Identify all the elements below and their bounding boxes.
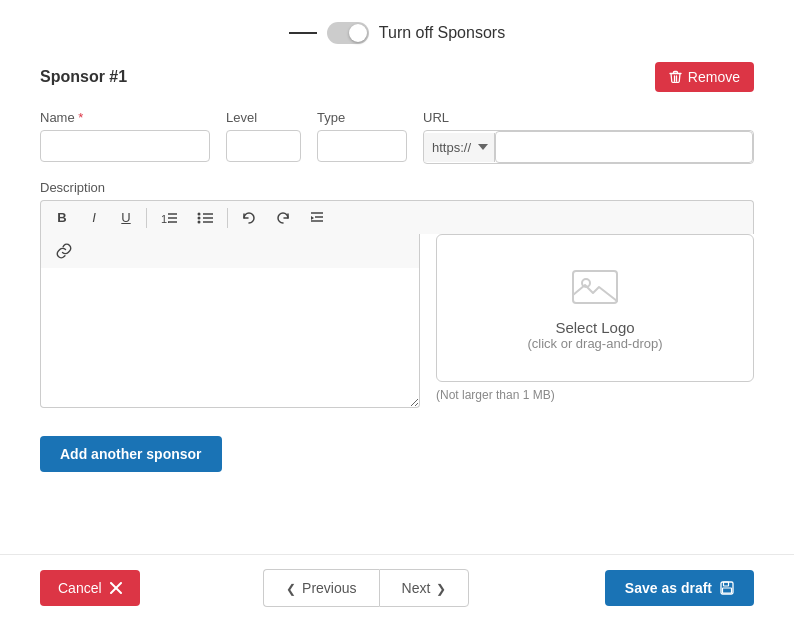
toggle-label: Turn off Sponsors <box>379 24 505 42</box>
description-textarea[interactable] <box>40 268 420 408</box>
name-field-group: Name * <box>40 110 210 162</box>
fields-row: Name * Level Type URL https:// http:// <box>40 110 754 164</box>
toggle-line-left <box>289 32 317 34</box>
redo-button[interactable] <box>267 206 299 230</box>
logo-size-note: (Not larger than 1 MB) <box>436 388 555 402</box>
toggle-switch[interactable] <box>327 22 369 44</box>
image-icon <box>571 265 619 309</box>
level-input[interactable] <box>226 130 301 162</box>
svg-rect-13 <box>573 271 617 303</box>
previous-button[interactable]: Previous <box>263 569 378 607</box>
toggle-row: Turn off Sponsors <box>0 0 794 62</box>
url-input-group: https:// http:// <box>423 130 754 164</box>
level-label: Level <box>226 110 301 125</box>
description-section: Description B I U 1. <box>40 180 754 412</box>
nav-center: Previous Next <box>140 569 593 607</box>
toolbar-divider-1 <box>146 208 147 228</box>
link-button[interactable] <box>47 238 81 264</box>
editor-second-row-toolbar <box>40 234 420 268</box>
svg-point-6 <box>198 220 201 223</box>
remove-button[interactable]: Remove <box>655 62 754 92</box>
unordered-list-button[interactable] <box>188 206 222 230</box>
bottom-nav: Cancel Previous Next Save as draft <box>0 554 794 621</box>
indent-button[interactable] <box>301 206 333 230</box>
svg-rect-18 <box>724 582 729 586</box>
url-field-group: URL https:// http:// <box>423 110 754 164</box>
ordered-list-icon: 1. <box>161 211 177 225</box>
name-label: Name * <box>40 110 210 125</box>
ordered-list-button[interactable]: 1. <box>152 206 186 230</box>
logo-select-subtitle: (click or drag-and-drop) <box>527 336 662 351</box>
italic-button[interactable]: I <box>79 205 109 230</box>
sponsor-header: Sponsor #1 Remove <box>40 62 754 92</box>
logo-dropzone[interactable]: Select Logo (click or drag-and-drop) <box>436 234 754 382</box>
bold-button[interactable]: B <box>47 205 77 230</box>
add-another-sponsor-button[interactable]: Add another sponsor <box>40 436 222 472</box>
undo-icon <box>242 211 256 225</box>
editor-textarea-wrap <box>40 234 420 412</box>
cancel-button[interactable]: Cancel <box>40 570 140 606</box>
next-button[interactable]: Next <box>379 569 470 607</box>
undo-button[interactable] <box>233 206 265 230</box>
trash-icon <box>669 70 682 84</box>
type-label: Type <box>317 110 407 125</box>
save-icon <box>720 581 734 595</box>
sponsor-section: Sponsor #1 Remove Name * Level Type URL <box>40 62 754 472</box>
unordered-list-icon <box>197 211 213 225</box>
editor-toolbar: B I U 1. <box>40 200 754 234</box>
save-draft-button[interactable]: Save as draft <box>605 570 754 606</box>
svg-point-5 <box>198 216 201 219</box>
svg-point-4 <box>198 212 201 215</box>
editor-area: Select Logo (click or drag-and-drop) (No… <box>40 234 754 412</box>
svg-rect-19 <box>723 588 732 593</box>
name-input[interactable] <box>40 130 210 162</box>
url-text-input[interactable] <box>495 131 753 163</box>
description-label: Description <box>40 180 754 195</box>
underline-button[interactable]: U <box>111 205 141 230</box>
url-prefix-select[interactable]: https:// http:// <box>424 133 495 162</box>
indent-icon <box>310 211 324 225</box>
toolbar-divider-2 <box>227 208 228 228</box>
url-label: URL <box>423 110 754 125</box>
logo-select-title: Select Logo <box>555 319 634 336</box>
required-marker: * <box>75 110 84 125</box>
type-input[interactable] <box>317 130 407 162</box>
chevron-right-icon <box>436 580 446 596</box>
sponsor-title: Sponsor #1 <box>40 68 127 86</box>
cancel-x-icon <box>110 582 122 594</box>
redo-icon <box>276 211 290 225</box>
type-field-group: Type <box>317 110 407 162</box>
link-icon <box>56 243 72 259</box>
svg-text:1.: 1. <box>161 213 170 225</box>
logo-upload: Select Logo (click or drag-and-drop) (No… <box>436 234 754 412</box>
level-field-group: Level <box>226 110 301 162</box>
chevron-left-icon <box>286 580 296 596</box>
